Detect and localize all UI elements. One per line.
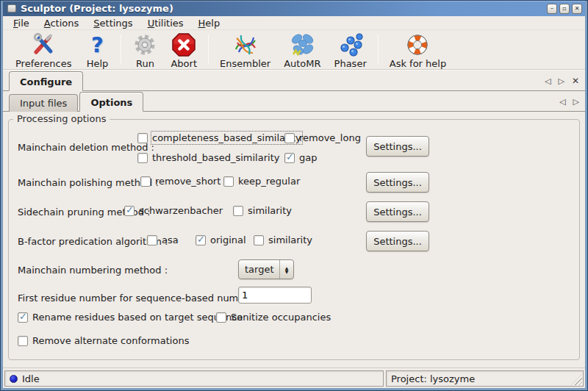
toolbar-separator xyxy=(208,35,209,65)
checkbox-box xyxy=(284,153,295,163)
minimize-button[interactable]: – xyxy=(547,4,557,14)
status-panel-left: Idle xyxy=(4,370,384,387)
ask-for-help-button[interactable]: Ask for help xyxy=(383,32,453,68)
checkbox-completeness-based-similarity[interactable]: completeness_based_similarity xyxy=(137,132,301,143)
help-button[interactable]: ? Help xyxy=(78,32,116,68)
checkbox-remove-long[interactable]: remove_long xyxy=(284,132,361,143)
checkbox-box xyxy=(216,312,226,323)
toolbar-label: Help xyxy=(87,58,109,69)
close-button[interactable]: ✕ xyxy=(572,4,582,14)
preferences-button[interactable]: Preferences xyxy=(9,32,78,68)
checkbox-box xyxy=(254,235,264,245)
bfactor-algorithm-label: B-factor predication algorithm : xyxy=(18,236,168,247)
checkbox-sanitize-occupancies[interactable]: Sanitize occupancies xyxy=(216,312,331,323)
first-residue-label: First residue number for sequence-based … xyxy=(18,293,276,304)
run-button[interactable]: Run xyxy=(126,32,164,68)
toolbar-label: Run xyxy=(136,58,154,69)
status-text: Idle xyxy=(22,373,40,384)
resize-grip[interactable] xyxy=(571,374,582,385)
run-gear-icon xyxy=(132,32,157,57)
phaser-button[interactable]: Phaser xyxy=(328,32,373,68)
toolbar-label: AutoMR xyxy=(284,58,320,69)
numbering-method-dropdown[interactable]: target ▲▼ xyxy=(238,259,294,279)
checkbox-box xyxy=(196,235,206,245)
checkbox-keep-regular[interactable]: keep_regular xyxy=(223,176,300,187)
checkbox-box xyxy=(223,176,234,187)
checkbox-asa[interactable]: asa xyxy=(147,234,179,245)
tab-input-files[interactable]: Input files xyxy=(9,94,78,112)
dropdown-spinner-icon[interactable]: ▲▼ xyxy=(279,260,293,279)
checkbox-bfactor-similarity[interactable]: similarity xyxy=(254,234,312,245)
menu-help[interactable]: Help xyxy=(191,17,228,29)
tab-configure[interactable]: Configure xyxy=(9,71,83,91)
toolbar-label: Ensembler xyxy=(220,58,270,69)
checkbox-pruning-similarity[interactable]: similarity xyxy=(233,205,292,216)
toolbar-separator xyxy=(121,35,121,65)
help-question-icon: ? xyxy=(85,32,110,57)
subtab-scroll-left-icon[interactable]: ◁ xyxy=(559,97,565,107)
toolbar-label: Phaser xyxy=(334,58,367,69)
checkbox-rename-residues[interactable]: Rename residues based on target sequence xyxy=(18,312,243,323)
tab-scroll-right-icon[interactable]: ▷ xyxy=(558,76,564,86)
menu-actions[interactable]: Actions xyxy=(37,17,87,29)
ensembler-structures-icon xyxy=(233,32,258,57)
toolbar-separator xyxy=(378,35,379,65)
checkbox-box xyxy=(124,206,135,216)
checkbox-threshold-based-similarity[interactable]: threshold_based_similarity xyxy=(137,152,279,163)
mainchain-polishing-label: Mainchain polishing method : xyxy=(18,177,159,188)
dropdown-value: target xyxy=(239,264,279,275)
menu-utilities[interactable]: Utilities xyxy=(140,17,191,29)
group-title: Processing options xyxy=(13,113,110,124)
phaser-molecule-icon xyxy=(338,32,363,57)
checkbox-box xyxy=(18,312,28,323)
processing-options-group: Processing options Mainchain deletion me… xyxy=(8,119,580,360)
abort-button[interactable]: Abort xyxy=(164,32,204,68)
checkbox-original[interactable]: original xyxy=(196,234,246,245)
first-residue-input[interactable] xyxy=(238,287,312,304)
automr-button[interactable]: AutoMR xyxy=(277,32,327,68)
subtab-scroll-right-icon[interactable]: ▷ xyxy=(573,97,579,107)
app-window: Sculptor (Project: lysozyme) – ▫ ✕ File … xyxy=(0,0,588,391)
checkbox-box xyxy=(147,235,157,245)
ensembler-button[interactable]: Ensembler xyxy=(213,32,277,68)
toolbar-label: Abort xyxy=(171,58,197,69)
app-icon xyxy=(7,4,16,12)
menu-file[interactable]: File xyxy=(6,17,37,29)
toolbar-label: Ask for help xyxy=(390,58,446,69)
checkbox-schwarzenbacher[interactable]: schwarzenbacher xyxy=(124,205,223,216)
title-bar[interactable]: Sculptor (Project: lysozyme) – ▫ ✕ xyxy=(3,1,585,16)
main-tab-bar: Configure ◁ ▷ ✕ xyxy=(3,69,585,91)
abort-stop-icon xyxy=(171,32,196,57)
lifebuoy-icon xyxy=(405,32,430,57)
maximize-button[interactable]: ▫ xyxy=(559,4,570,14)
window-title: Sculptor (Project: lysozyme) xyxy=(21,3,547,14)
checkbox-box xyxy=(137,133,148,143)
deletion-settings-button[interactable]: Settings... xyxy=(366,136,429,157)
mainchain-deletion-label: Mainchain deletion method : xyxy=(18,142,154,153)
checkbox-gap[interactable]: gap xyxy=(284,152,317,163)
bfactor-settings-button[interactable]: Settings... xyxy=(366,231,429,251)
checkbox-box xyxy=(137,153,148,163)
checkbox-box xyxy=(284,133,295,143)
sub-tab-bar: Input files Options ◁ ▷ xyxy=(3,91,585,112)
menu-bar: File Actions Settings Utilities Help xyxy=(3,16,585,30)
menu-settings[interactable]: Settings xyxy=(86,17,140,29)
polishing-settings-button[interactable]: Settings... xyxy=(366,172,429,193)
checkbox-box xyxy=(18,336,28,346)
preferences-tools-icon xyxy=(31,32,56,57)
options-panel: Processing options Mainchain deletion me… xyxy=(3,112,585,368)
tab-close-icon[interactable]: ✕ xyxy=(572,76,579,86)
pruning-settings-button[interactable]: Settings... xyxy=(366,201,429,222)
checkbox-box xyxy=(233,206,243,216)
checkbox-remove-alternate-conformations[interactable]: Remove alternate conformations xyxy=(18,335,189,346)
checkbox-box xyxy=(140,176,151,187)
status-panel-project: Project: lysozyme xyxy=(386,370,584,387)
automr-molecule-icon xyxy=(290,32,315,57)
checkbox-remove-short[interactable]: remove_short xyxy=(140,176,220,187)
tab-options[interactable]: Options xyxy=(79,92,143,112)
tab-scroll-left-icon[interactable]: ◁ xyxy=(545,76,551,86)
numbering-method-label: Mainchain numbering method : xyxy=(18,265,168,276)
status-bar: Idle Project: lysozyme xyxy=(3,368,585,388)
status-idle-icon xyxy=(10,375,18,383)
project-label: Project: lysozyme xyxy=(391,373,475,384)
